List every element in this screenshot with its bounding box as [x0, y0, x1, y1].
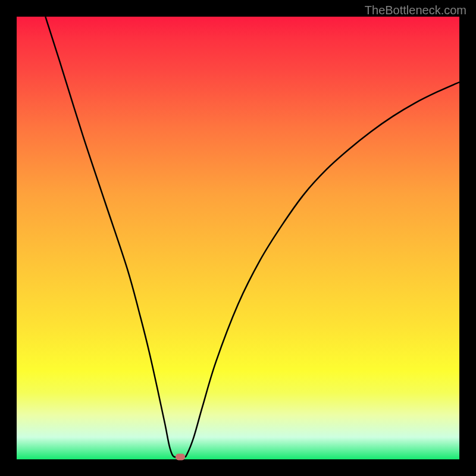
bottleneck-chart	[17, 17, 459, 459]
bottleneck-curve	[45, 17, 459, 458]
chart-curve-svg	[17, 17, 459, 459]
optimal-marker	[176, 454, 185, 461]
watermark-text: TheBottleneck.com	[365, 4, 466, 17]
